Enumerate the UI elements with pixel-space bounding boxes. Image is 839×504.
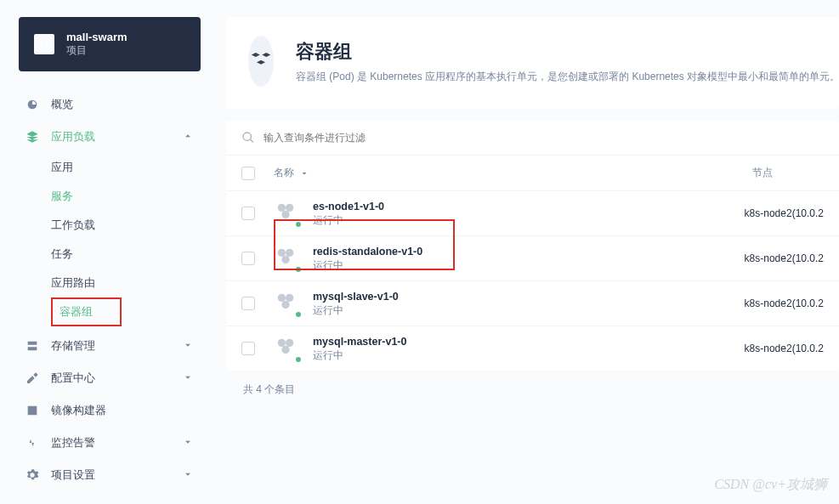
row-checkbox[interactable]: [241, 207, 255, 220]
sidebar-subnav-workload: 应用 服务 工作负载 任务 应用路由 容器组: [19, 153, 201, 330]
pod-status: 运行中: [313, 259, 422, 272]
column-name[interactable]: 名称: [274, 166, 309, 180]
sidebar-label-config: 配置中心: [51, 371, 95, 386]
project-name: mall-swarm: [66, 31, 128, 43]
hammer-icon: [26, 371, 39, 385]
pod-icon: [274, 200, 301, 227]
row-checkbox[interactable]: [241, 297, 255, 310]
status-dot-icon: [294, 220, 303, 229]
page-description: 容器组 (Pod) 是 Kubernetes 应用程序的基本执行单元，是您创建或…: [296, 70, 839, 84]
sidebar-label-image: 镜像构建器: [51, 403, 106, 418]
status-dot-icon: [294, 355, 303, 364]
sidebar-item-overview[interactable]: 概览: [19, 88, 201, 121]
sidebar-item-config[interactable]: 配置中心: [19, 362, 201, 394]
pod-node: k8s-node2(10.0.2: [745, 207, 824, 219]
dashboard-icon: [26, 98, 39, 111]
sidebar-sub-workload[interactable]: 工作负载: [51, 211, 201, 240]
sort-icon: [299, 168, 309, 178]
storage-icon: [26, 339, 39, 353]
row-checkbox[interactable]: [241, 252, 255, 265]
pod-status: 运行中: [313, 214, 384, 227]
pod-node: k8s-node2(10.0.2: [745, 343, 824, 354]
pod-status: 运行中: [313, 304, 399, 317]
pod-name[interactable]: redis-standalone-v1-0: [313, 246, 422, 258]
chevron-down-icon: [182, 468, 194, 483]
watermark: CSDN @cv+攻城狮: [714, 476, 827, 494]
sidebar: mall-swarm 项目 概览 应用负载 应用 服务 工作负载 任务 应用路由…: [0, 0, 211, 504]
chevron-down-icon: [182, 339, 194, 354]
svg-point-1: [286, 204, 293, 212]
svg-point-7: [286, 294, 293, 302]
layers-icon: [26, 130, 39, 144]
status-dot-icon: [294, 265, 303, 274]
chevron-down-icon: [182, 436, 194, 450]
svg-point-9: [278, 339, 286, 347]
search-icon: [241, 131, 255, 144]
sidebar-sub-pods[interactable]: 容器组: [51, 297, 122, 326]
sidebar-item-settings[interactable]: 项目设置: [19, 459, 201, 491]
sidebar-label-overview: 概览: [51, 97, 73, 112]
table-row[interactable]: es-node1-v1-0 运行中 k8s-node2(10.0.2: [226, 190, 839, 235]
page-title: 容器组: [296, 39, 839, 65]
gear-icon: [26, 468, 39, 482]
pod-icon: [274, 290, 301, 317]
search-input[interactable]: [264, 132, 824, 144]
pod-node: k8s-node2(10.0.2: [745, 252, 824, 264]
sidebar-label-workload: 应用负载: [51, 129, 95, 144]
sidebar-sub-app[interactable]: 应用: [51, 153, 201, 182]
svg-point-11: [281, 346, 289, 354]
column-node[interactable]: 节点: [752, 166, 773, 180]
row-checkbox[interactable]: [241, 342, 255, 355]
pod-icon: [274, 335, 301, 362]
svg-point-4: [286, 249, 293, 257]
pod-node: k8s-node2(10.0.2: [745, 297, 824, 309]
sidebar-label-storage: 存储管理: [51, 338, 95, 354]
content-card: 名称 节点 es-node1-v1-0 运行中 k8s-node2(10.0.2…: [226, 121, 839, 371]
pod-icon: [274, 245, 301, 272]
svg-point-6: [278, 294, 286, 302]
pod-status: 运行中: [313, 349, 406, 362]
chevron-up-icon: [182, 130, 194, 144]
svg-point-0: [278, 204, 286, 212]
pod-name[interactable]: mysql-slave-v1-0: [313, 291, 399, 303]
sidebar-item-monitor[interactable]: 监控告警: [19, 427, 201, 459]
table-header: 名称 节点: [226, 156, 839, 190]
sidebar-sub-route[interactable]: 应用路由: [51, 269, 201, 297]
image-icon: [26, 404, 39, 417]
sidebar-item-image[interactable]: 镜像构建器: [19, 394, 201, 427]
sidebar-label-settings: 项目设置: [51, 467, 95, 483]
page-header: 容器组 容器组 (Pod) 是 Kubernetes 应用程序的基本执行单元，是…: [226, 17, 839, 109]
table-row[interactable]: redis-standalone-v1-0 运行中 k8s-node2(10.0…: [226, 235, 839, 280]
svg-point-2: [281, 211, 289, 218]
pod-name[interactable]: mysql-master-v1-0: [313, 336, 406, 348]
svg-point-3: [278, 249, 286, 257]
project-card[interactable]: mall-swarm 项目: [19, 17, 201, 71]
sidebar-item-workload[interactable]: 应用负载: [19, 121, 201, 153]
sidebar-sub-service[interactable]: 服务: [51, 182, 201, 211]
sidebar-sub-task[interactable]: 任务: [51, 240, 201, 269]
svg-point-10: [286, 339, 293, 347]
project-sub: 项目: [66, 43, 128, 58]
pods-icon: [248, 36, 274, 87]
sidebar-label-monitor: 监控告警: [51, 435, 95, 450]
status-dot-icon: [294, 310, 303, 319]
table-row[interactable]: mysql-master-v1-0 运行中 k8s-node2(10.0.2: [226, 326, 839, 371]
footer-count: 共 4 个条目: [226, 371, 839, 409]
main-content: 容器组 容器组 (Pod) 是 Kubernetes 应用程序的基本执行单元，是…: [211, 0, 839, 504]
svg-point-8: [281, 301, 289, 309]
chevron-down-icon: [182, 371, 194, 386]
table-row[interactable]: mysql-slave-v1-0 运行中 k8s-node2(10.0.2: [226, 280, 839, 326]
pod-name[interactable]: es-node1-v1-0: [313, 201, 384, 212]
monitor-icon: [26, 436, 39, 450]
select-all-checkbox[interactable]: [241, 167, 255, 180]
search-bar: [226, 121, 839, 156]
sidebar-item-storage[interactable]: 存储管理: [19, 330, 201, 362]
project-icon: [34, 34, 54, 54]
svg-point-5: [281, 256, 289, 263]
